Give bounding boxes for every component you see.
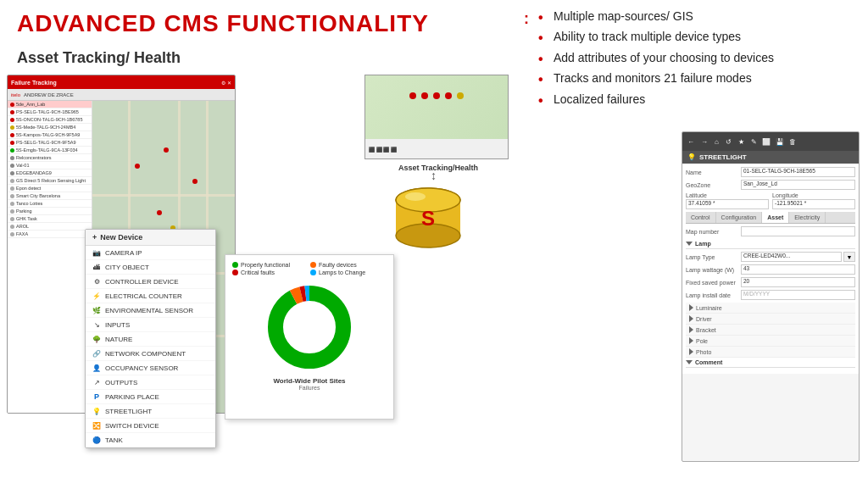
- map-number-row: Map number: [686, 226, 855, 236]
- install-date-input[interactable]: M/D/YYYY: [741, 290, 855, 300]
- photo-section[interactable]: Photo: [686, 347, 855, 358]
- driver-label: Driver: [696, 316, 712, 322]
- list-item[interactable]: 5S-Emgls-TALG-9CA-13F034: [8, 147, 92, 154]
- comment-section[interactable]: Comment: [686, 358, 855, 368]
- bookmark-icon[interactable]: ★: [738, 138, 744, 146]
- list-item[interactable]: Val-01: [8, 162, 92, 170]
- device-item-controller[interactable]: ⚙ CONTROLLER DEVICE: [86, 275, 215, 289]
- pole-section[interactable]: Pole: [686, 336, 855, 347]
- device-item-switch[interactable]: 🔀 SWITCH DEVICE: [86, 419, 215, 433]
- list-item[interactable]: GS Direct 5 Relcon Sensing Light: [8, 177, 92, 185]
- features-section: Multiple map-sources/ GIS Ability to tra…: [538, 7, 856, 110]
- list-item[interactable]: 5S-ONCON-TALG-9CH-1B6785: [8, 116, 92, 124]
- list-item[interactable]: Relconcentrators: [8, 154, 92, 162]
- luminaire-section[interactable]: Luminaire: [686, 303, 855, 314]
- parking-icon: P: [92, 392, 101, 401]
- sidebar-label: 5S-Mede-TALG-9CH-24MB4: [16, 125, 75, 130]
- list-item[interactable]: AROL: [8, 223, 92, 231]
- device-label: ELECTRICAL COUNTER: [105, 292, 182, 300]
- lamp-section[interactable]: Lamp: [686, 239, 855, 249]
- nature-icon: 🌳: [92, 335, 101, 343]
- legend-dot-red: [232, 270, 238, 275]
- tab-asset[interactable]: Asset: [762, 212, 789, 223]
- latitude-input[interactable]: 37.41059 *: [686, 199, 769, 209]
- device-item-streetlight[interactable]: 💡 STREETLIGHT: [86, 404, 215, 419]
- driver-section[interactable]: Driver: [686, 314, 855, 325]
- device-item-network[interactable]: 🔗 NETWORK COMPONENT: [86, 347, 215, 361]
- asset-map-bg: [365, 75, 508, 139]
- network-icon: 🔗: [92, 349, 101, 358]
- luminaire-label: Luminaire: [696, 305, 722, 311]
- device-item-environmental[interactable]: 🌿 ENVIRONMENTAL SENSOR: [86, 303, 215, 318]
- back-icon[interactable]: ←: [687, 138, 694, 146]
- new-device-menu[interactable]: + New Device 📷 CAMERA IP 🏙 CITY OBJECT ⚙…: [85, 229, 216, 448]
- list-item[interactable]: FAXA: [8, 231, 92, 238]
- list-item[interactable]: 5S-Mede-TALG-9CH-24MB4: [8, 124, 92, 131]
- legend-label: Lamps to Change: [319, 270, 365, 275]
- home-icon[interactable]: ⌂: [715, 138, 719, 146]
- device-item-electrical[interactable]: ⚡ ELECTRICAL COUNTER: [86, 289, 215, 303]
- copy-icon[interactable]: ⬜: [762, 138, 771, 146]
- list-item[interactable]: EDGEBANDAG9: [8, 170, 92, 177]
- tab-electricity[interactable]: Electricity: [789, 212, 826, 223]
- name-input[interactable]: 01-SELC-TALG-9CH-18E565: [741, 167, 855, 177]
- bracket-label: Bracket: [696, 327, 716, 333]
- collapsed-icon: [689, 348, 693, 355]
- collapsed-icon: [689, 315, 693, 322]
- device-item-inputs[interactable]: ↘ INPUTS: [86, 318, 215, 332]
- list-item[interactable]: Epon detect: [8, 185, 92, 192]
- list-item[interactable]: Smart City Barcelona: [8, 192, 92, 200]
- edit-icon[interactable]: ✎: [751, 138, 757, 146]
- device-item-parking[interactable]: P PARKING PLACE: [86, 390, 215, 404]
- legend-dot-blue: [310, 270, 316, 275]
- install-date-label: Lamp install date: [686, 292, 741, 298]
- list-item[interactable]: GHK Task: [8, 215, 92, 223]
- picker-icon: ▼: [847, 254, 853, 260]
- geozone-input[interactable]: San_Jose_Ld: [741, 180, 855, 190]
- page-title: ADVANCED CMS FUNCTIONALITY: [17, 10, 429, 37]
- bracket-section[interactable]: Bracket: [686, 325, 855, 336]
- forward-icon[interactable]: →: [701, 138, 708, 146]
- list-item[interactable]: PS-SELG-TALG-9CH-9F5A9: [8, 139, 92, 147]
- device-item-camera[interactable]: 📷 CAMERA IP: [86, 246, 215, 260]
- tab-control[interactable]: Control: [686, 212, 716, 223]
- fixed-saved-input[interactable]: 20: [741, 277, 855, 287]
- streetlight-panel: ← → ⌂ ↺ ★ ✎ ⬜ 💾 🗑 💡 STREETLIGHT Name 01-…: [682, 131, 860, 462]
- list-item[interactable]: 5S-Kampos-TALG-9CH-9F5A9: [8, 131, 92, 139]
- svg-point-5: [405, 192, 426, 201]
- delete-icon[interactable]: 🗑: [789, 138, 796, 146]
- collapsed-icon: [689, 326, 693, 333]
- fixed-saved-row: Fixed saved power 20: [686, 277, 855, 287]
- comment-label: Comment: [695, 359, 722, 365]
- list-item[interactable]: 5de_Ann_Lab: [8, 101, 92, 108]
- lamp-type-picker[interactable]: ▼: [843, 252, 855, 262]
- list-item[interactable]: PS-SELG-TALG-9CH-1BE965: [8, 108, 92, 116]
- lamp-wattage-label: Lamp wattage (W): [686, 267, 741, 273]
- lamp-type-input[interactable]: CREE-LED42W0...: [741, 252, 842, 262]
- device-item-tank[interactable]: 🔵 TANK: [86, 433, 215, 447]
- new-device-header: + New Device: [86, 230, 215, 246]
- legend-faulty: Faulty devices: [310, 262, 387, 268]
- list-item[interactable]: Tanco Lottes: [8, 200, 92, 208]
- camera-icon: 📷: [92, 248, 101, 257]
- longitude-input[interactable]: -121.95021 *: [772, 199, 855, 209]
- device-item-outputs[interactable]: ↗ OUTPUTS: [86, 375, 215, 390]
- sl-tabs[interactable]: Control Configuration Asset Electricity: [686, 212, 855, 224]
- save-icon[interactable]: 💾: [776, 138, 784, 146]
- fixed-saved-label: Fixed saved power: [686, 280, 741, 286]
- feature-item-1: Multiple map-sources/ GIS: [538, 7, 856, 25]
- device-item-nature[interactable]: 🌳 NATURE: [86, 332, 215, 347]
- panel-header: Failure Tracking ⚙ ✕: [8, 75, 235, 89]
- list-item[interactable]: Parking: [8, 208, 92, 215]
- streetlight-icon: 💡: [92, 407, 101, 415]
- tab-configuration[interactable]: Configuration: [716, 212, 763, 223]
- map-number-input[interactable]: [741, 226, 855, 236]
- sidebar-label: Val-01: [16, 163, 30, 168]
- sidebar-label: PS-SELG-TALG-9CH-9F5A9: [16, 140, 76, 145]
- device-item-city[interactable]: 🏙 CITY OBJECT: [86, 260, 215, 275]
- lamp-type-label: Lamp Type: [686, 254, 741, 260]
- feature-item-3: Add attributes of your choosing to devic…: [538, 48, 856, 67]
- refresh-icon[interactable]: ↺: [726, 138, 732, 146]
- lamp-wattage-input[interactable]: 43: [741, 264, 855, 275]
- device-item-occupancy[interactable]: 👤 OCCUPANCY SENSOR: [86, 361, 215, 375]
